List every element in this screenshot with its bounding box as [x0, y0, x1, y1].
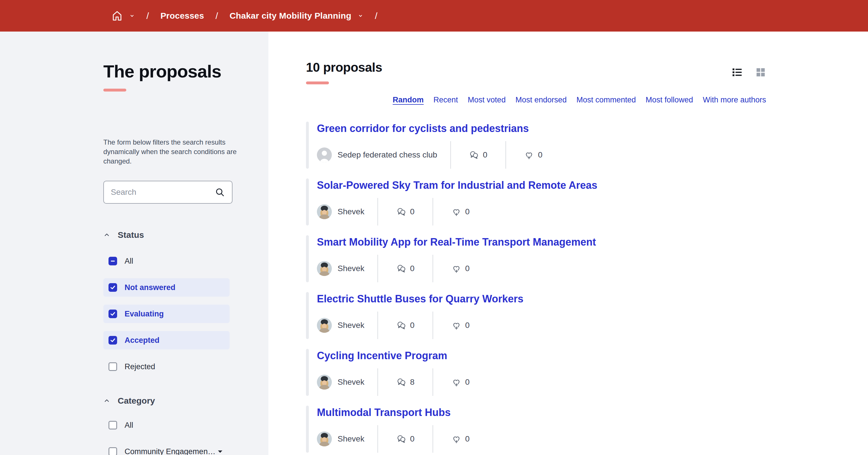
- endorsements-cell: 0: [433, 368, 488, 396]
- author-avatar: [317, 318, 332, 333]
- heading-accent-underline: [306, 82, 329, 84]
- author-avatar: [317, 375, 332, 390]
- endorsements-count: 0: [465, 434, 470, 444]
- comments-icon: [396, 320, 406, 330]
- endorsements-heart-icon: [452, 377, 461, 387]
- proposal-card: Green corridor for cyclists and pedestri…: [306, 122, 766, 169]
- breadcrumb-separator: /: [375, 11, 377, 21]
- comments-count: 0: [483, 150, 487, 160]
- filter-option-label[interactable]: Rejected: [125, 362, 155, 371]
- category-dropdown-caret-icon[interactable]: [216, 448, 224, 455]
- proposal-title-link[interactable]: Multimodal Transport Hubs: [317, 405, 451, 419]
- home-dropdown-chevron-icon[interactable]: [129, 13, 135, 19]
- checkbox[interactable]: [108, 362, 117, 371]
- comments-cell: 8: [378, 368, 433, 396]
- comments-cell: 0: [378, 198, 433, 226]
- comments-icon: [396, 207, 406, 217]
- endorsements-count: 0: [465, 321, 470, 330]
- comments-icon: [396, 264, 406, 273]
- search-input[interactable]: [111, 188, 215, 197]
- proposal-author: Shevek: [317, 368, 377, 396]
- endorsements-heart-icon: [452, 320, 461, 330]
- home-button[interactable]: [112, 10, 123, 22]
- sort-options-row: Random Recent Most voted Most endorsed M…: [306, 94, 766, 105]
- endorsements-heart-icon: [452, 207, 461, 217]
- search-box: [103, 181, 232, 204]
- proposal-title-link[interactable]: Smart Mobility App for Real-Time Transpo…: [317, 235, 596, 249]
- filter-option-label[interactable]: Not answered: [125, 283, 175, 292]
- grid-view-icon[interactable]: [755, 67, 766, 78]
- sort-option-link[interactable]: Most commented: [577, 94, 636, 105]
- filter-option-label[interactable]: Community Engagement a…: [125, 447, 216, 455]
- proposal-title-link[interactable]: Solar-Powered Sky Tram for Industrial an…: [317, 178, 597, 192]
- proposal-title-link[interactable]: Electric Shuttle Buses for Quarry Worker…: [317, 292, 524, 306]
- filter-option-label[interactable]: All: [125, 257, 133, 266]
- proposal-title-link[interactable]: Cycling Incentive Program: [317, 349, 447, 363]
- proposal-card: Cycling Incentive Program Shevek: [306, 349, 766, 396]
- proposal-card: Solar-Powered Sky Tram for Industrial an…: [306, 178, 766, 226]
- checkbox[interactable]: [108, 336, 117, 345]
- card-left-bar: [306, 178, 309, 226]
- comments-cell: 0: [378, 312, 433, 339]
- comments-count: 0: [410, 321, 415, 330]
- proposal-author: Shevek: [317, 425, 377, 453]
- checkbox[interactable]: [108, 283, 117, 292]
- endorsements-cell: 0: [433, 255, 488, 282]
- breadcrumb-link-processes[interactable]: Processes: [160, 11, 204, 21]
- filter-option-row[interactable]: Evaluating: [103, 305, 229, 323]
- checkbox[interactable]: [108, 310, 117, 318]
- proposal-title-link[interactable]: Green corridor for cyclists and pedestri…: [317, 122, 529, 135]
- filter-option-row[interactable]: Rejected: [103, 357, 229, 376]
- proposals-count-heading: 10 proposals: [306, 60, 382, 74]
- filters-sidebar: The proposals The form below filters the…: [0, 32, 268, 455]
- filter-option-row[interactable]: Not answered: [103, 278, 229, 297]
- proposal-author: Sedep federated chess club: [317, 141, 451, 169]
- category-section-header[interactable]: Category: [103, 396, 241, 405]
- comments-icon: [396, 377, 406, 387]
- endorsements-cell: 0: [433, 312, 488, 339]
- filter-description: The form below filters the search result…: [103, 137, 241, 166]
- search-icon[interactable]: [215, 187, 225, 197]
- status-section-header[interactable]: Status: [103, 230, 241, 240]
- filter-option-row[interactable]: All: [103, 416, 229, 434]
- proposal-meta: Shevek 0: [317, 312, 524, 339]
- comments-cell: 0: [451, 141, 505, 169]
- checkbox[interactable]: [108, 421, 117, 429]
- proposal-author: Shevek: [317, 255, 377, 282]
- proposal-meta: Sedep federated chess club 0: [317, 141, 561, 169]
- sort-option-link[interactable]: Most endorsed: [516, 94, 567, 105]
- sort-option-link[interactable]: Most voted: [468, 94, 506, 105]
- process-dropdown-chevron-icon[interactable]: [358, 13, 363, 19]
- breadcrumb-link-process[interactable]: Chakar city Mobility Planning: [229, 11, 351, 21]
- view-toggles: [732, 67, 766, 78]
- endorsements-heart-icon: [524, 150, 534, 160]
- checkbox[interactable]: [108, 257, 117, 265]
- breadcrumb: / Processes / Chakar city Mobility Plann…: [112, 10, 389, 22]
- filter-option-label[interactable]: Evaluating: [125, 310, 164, 319]
- sort-option-link[interactable]: Most followed: [646, 94, 693, 105]
- filter-option-row[interactable]: Accepted: [103, 331, 229, 350]
- comments-count: 0: [410, 434, 415, 444]
- checkbox[interactable]: [108, 447, 117, 455]
- endorsements-count: 0: [538, 150, 542, 160]
- filter-option-row[interactable]: All: [103, 252, 229, 270]
- author-name: Shevek: [338, 434, 364, 444]
- sidebar-title: The proposals: [103, 62, 241, 81]
- author-name: Shevek: [338, 378, 364, 387]
- category-section-title: Category: [118, 396, 155, 405]
- proposals-list: Green corridor for cyclists and pedestri…: [306, 122, 766, 453]
- sort-option-link[interactable]: With more authors: [703, 94, 766, 105]
- card-left-bar: [306, 122, 309, 169]
- endorsements-cell: 0: [433, 425, 488, 453]
- filter-option-label[interactable]: All: [125, 421, 133, 430]
- list-view-icon[interactable]: [732, 67, 743, 78]
- breadcrumb-separator: /: [216, 11, 218, 21]
- sort-option-link[interactable]: Random: [393, 94, 424, 105]
- filter-option-row[interactable]: Community Engagement a…: [103, 443, 229, 455]
- proposal-meta: Shevek 0: [317, 198, 597, 226]
- sort-option-link[interactable]: Recent: [433, 94, 458, 105]
- author-name: Shevek: [338, 264, 364, 273]
- endorsements-heart-icon: [452, 434, 461, 444]
- filter-option-label[interactable]: Accepted: [125, 336, 160, 345]
- proposal-author: Shevek: [317, 312, 377, 339]
